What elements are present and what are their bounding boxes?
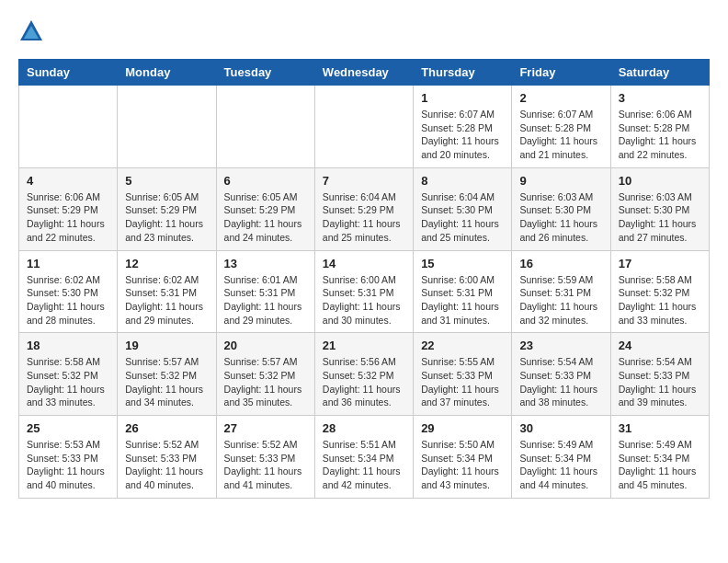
logo-icon — [18, 18, 44, 44]
day-number: 20 — [224, 339, 307, 352]
calendar-cell: 24Sunrise: 5:54 AM Sunset: 5:33 PM Dayli… — [610, 333, 709, 416]
day-info: Sunrise: 6:00 AM Sunset: 5:31 PM Dayligh… — [323, 273, 405, 327]
day-number: 19 — [125, 339, 208, 352]
day-info: Sunrise: 6:05 AM Sunset: 5:29 PM Dayligh… — [224, 190, 307, 245]
calendar-cell: 28Sunrise: 5:51 AM Sunset: 5:34 PM Dayli… — [314, 416, 413, 499]
calendar-cell: 5Sunrise: 6:05 AM Sunset: 5:29 PM Daylig… — [118, 167, 216, 250]
header-row: SundayMondayTuesdayWednesdayThursdayFrid… — [19, 60, 710, 86]
day-info: Sunrise: 6:04 AM Sunset: 5:29 PM Dayligh… — [323, 190, 405, 245]
day-number: 26 — [125, 421, 208, 435]
calendar-cell: 13Sunrise: 6:01 AM Sunset: 5:31 PM Dayli… — [216, 250, 314, 333]
week-row-1: 1Sunrise: 6:07 AM Sunset: 5:28 PM Daylig… — [19, 86, 710, 168]
day-number: 30 — [519, 421, 602, 435]
day-header-saturday: Saturday — [610, 60, 709, 86]
day-info: Sunrise: 5:54 AM Sunset: 5:33 PM Dayligh… — [519, 355, 602, 409]
day-header-thursday: Thursday — [414, 60, 512, 86]
week-row-5: 25Sunrise: 5:53 AM Sunset: 5:33 PM Dayli… — [19, 416, 710, 499]
day-number: 28 — [323, 421, 405, 435]
day-info: Sunrise: 6:04 AM Sunset: 5:30 PM Dayligh… — [421, 190, 504, 245]
day-number: 1 — [421, 91, 504, 105]
calendar-table: SundayMondayTuesdayWednesdayThursdayFrid… — [18, 59, 710, 499]
calendar-cell: 18Sunrise: 5:58 AM Sunset: 5:32 PM Dayli… — [19, 333, 118, 416]
day-number: 8 — [421, 174, 504, 188]
day-info: Sunrise: 5:51 AM Sunset: 5:34 PM Dayligh… — [323, 438, 405, 492]
calendar-cell — [19, 86, 118, 168]
calendar-cell — [118, 86, 216, 168]
day-number: 4 — [27, 174, 109, 188]
day-info: Sunrise: 6:02 AM Sunset: 5:30 PM Dayligh… — [27, 273, 109, 327]
day-number: 31 — [619, 421, 701, 435]
calendar-cell: 12Sunrise: 6:02 AM Sunset: 5:31 PM Dayli… — [118, 250, 216, 333]
day-number: 24 — [619, 339, 701, 352]
day-info: Sunrise: 6:01 AM Sunset: 5:31 PM Dayligh… — [224, 273, 307, 327]
week-row-3: 11Sunrise: 6:02 AM Sunset: 5:30 PM Dayli… — [19, 250, 710, 333]
day-info: Sunrise: 5:55 AM Sunset: 5:33 PM Dayligh… — [421, 355, 504, 409]
day-number: 27 — [224, 421, 307, 435]
calendar-cell: 23Sunrise: 5:54 AM Sunset: 5:33 PM Dayli… — [512, 333, 610, 416]
calendar-cell: 29Sunrise: 5:50 AM Sunset: 5:34 PM Dayli… — [414, 416, 512, 499]
page-header — [18, 18, 710, 44]
day-number: 13 — [224, 257, 307, 270]
calendar-cell: 15Sunrise: 6:00 AM Sunset: 5:31 PM Dayli… — [414, 250, 512, 333]
day-number: 21 — [323, 339, 405, 352]
day-info: Sunrise: 6:07 AM Sunset: 5:28 PM Dayligh… — [421, 108, 504, 162]
day-number: 11 — [27, 257, 109, 270]
day-info: Sunrise: 5:53 AM Sunset: 5:33 PM Dayligh… — [27, 438, 109, 492]
calendar-cell: 22Sunrise: 5:55 AM Sunset: 5:33 PM Dayli… — [414, 333, 512, 416]
calendar-cell: 9Sunrise: 6:03 AM Sunset: 5:30 PM Daylig… — [512, 167, 610, 250]
calendar-cell: 20Sunrise: 5:57 AM Sunset: 5:32 PM Dayli… — [216, 333, 314, 416]
week-row-4: 18Sunrise: 5:58 AM Sunset: 5:32 PM Dayli… — [19, 333, 710, 416]
calendar-cell — [314, 86, 413, 168]
day-info: Sunrise: 6:06 AM Sunset: 5:29 PM Dayligh… — [27, 190, 109, 245]
day-info: Sunrise: 5:59 AM Sunset: 5:31 PM Dayligh… — [519, 273, 602, 327]
day-info: Sunrise: 6:05 AM Sunset: 5:29 PM Dayligh… — [125, 190, 208, 245]
calendar-cell: 21Sunrise: 5:56 AM Sunset: 5:32 PM Dayli… — [314, 333, 413, 416]
day-info: Sunrise: 6:00 AM Sunset: 5:31 PM Dayligh… — [421, 273, 504, 327]
day-number: 3 — [619, 91, 701, 105]
day-header-tuesday: Tuesday — [216, 60, 314, 86]
calendar-cell — [216, 86, 314, 168]
day-number: 7 — [323, 174, 405, 188]
day-info: Sunrise: 6:02 AM Sunset: 5:31 PM Dayligh… — [125, 273, 208, 327]
calendar-cell: 19Sunrise: 5:57 AM Sunset: 5:32 PM Dayli… — [118, 333, 216, 416]
day-number: 6 — [224, 174, 307, 188]
day-number: 9 — [519, 174, 602, 188]
calendar-cell: 16Sunrise: 5:59 AM Sunset: 5:31 PM Dayli… — [512, 250, 610, 333]
day-info: Sunrise: 5:52 AM Sunset: 5:33 PM Dayligh… — [224, 438, 307, 492]
day-number: 18 — [27, 339, 109, 352]
calendar-cell: 4Sunrise: 6:06 AM Sunset: 5:29 PM Daylig… — [19, 167, 118, 250]
day-number: 22 — [421, 339, 504, 352]
day-number: 12 — [125, 257, 208, 270]
day-info: Sunrise: 5:52 AM Sunset: 5:33 PM Dayligh… — [125, 438, 208, 492]
day-number: 2 — [519, 91, 602, 105]
day-info: Sunrise: 6:06 AM Sunset: 5:28 PM Dayligh… — [619, 108, 701, 162]
day-info: Sunrise: 5:58 AM Sunset: 5:32 PM Dayligh… — [619, 273, 701, 327]
day-info: Sunrise: 5:57 AM Sunset: 5:32 PM Dayligh… — [224, 355, 307, 409]
day-info: Sunrise: 5:58 AM Sunset: 5:32 PM Dayligh… — [27, 355, 109, 409]
day-info: Sunrise: 5:50 AM Sunset: 5:34 PM Dayligh… — [421, 438, 504, 492]
day-info: Sunrise: 5:56 AM Sunset: 5:32 PM Dayligh… — [323, 355, 405, 409]
day-info: Sunrise: 5:49 AM Sunset: 5:34 PM Dayligh… — [519, 438, 602, 492]
calendar-cell: 17Sunrise: 5:58 AM Sunset: 5:32 PM Dayli… — [610, 250, 709, 333]
calendar-cell: 26Sunrise: 5:52 AM Sunset: 5:33 PM Dayli… — [118, 416, 216, 499]
day-header-sunday: Sunday — [19, 60, 118, 86]
day-number: 5 — [125, 174, 208, 188]
day-number: 16 — [519, 257, 602, 270]
day-info: Sunrise: 5:57 AM Sunset: 5:32 PM Dayligh… — [125, 355, 208, 409]
calendar-cell: 1Sunrise: 6:07 AM Sunset: 5:28 PM Daylig… — [414, 86, 512, 168]
logo — [18, 18, 48, 44]
day-info: Sunrise: 5:54 AM Sunset: 5:33 PM Dayligh… — [619, 355, 701, 409]
day-number: 14 — [323, 257, 405, 270]
day-number: 15 — [421, 257, 504, 270]
calendar-cell: 8Sunrise: 6:04 AM Sunset: 5:30 PM Daylig… — [414, 167, 512, 250]
day-number: 29 — [421, 421, 504, 435]
calendar-cell: 6Sunrise: 6:05 AM Sunset: 5:29 PM Daylig… — [216, 167, 314, 250]
day-number: 23 — [519, 339, 602, 352]
calendar-body: 1Sunrise: 6:07 AM Sunset: 5:28 PM Daylig… — [19, 86, 710, 499]
calendar-cell: 31Sunrise: 5:49 AM Sunset: 5:34 PM Dayli… — [610, 416, 709, 499]
calendar-cell: 30Sunrise: 5:49 AM Sunset: 5:34 PM Dayli… — [512, 416, 610, 499]
day-info: Sunrise: 6:03 AM Sunset: 5:30 PM Dayligh… — [519, 190, 602, 245]
day-info: Sunrise: 5:49 AM Sunset: 5:34 PM Dayligh… — [619, 438, 701, 492]
day-number: 17 — [619, 257, 701, 270]
calendar-cell: 27Sunrise: 5:52 AM Sunset: 5:33 PM Dayli… — [216, 416, 314, 499]
